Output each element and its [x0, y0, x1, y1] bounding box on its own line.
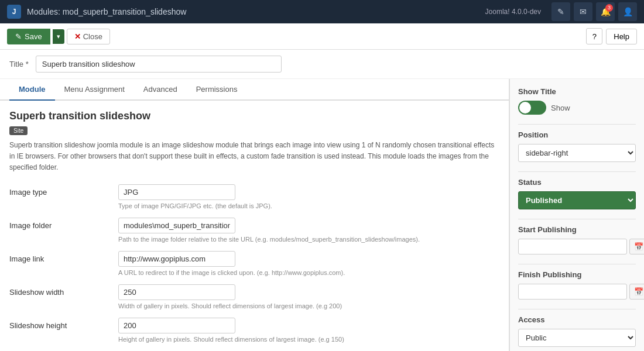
tabs: Module Menu Assignment Advanced Permissi… [0, 79, 509, 101]
divider-1 [518, 124, 636, 125]
save-button[interactable]: ✎ Save [7, 29, 50, 44]
joomla-logo: J [7, 5, 21, 19]
module-content: Superb transition slideshow Site Superb … [0, 101, 509, 351]
left-panel: Module Menu Assignment Advanced Permissi… [0, 79, 509, 351]
tab-menu-assignment[interactable]: Menu Assignment [55, 79, 134, 101]
tab-module[interactable]: Module [9, 79, 55, 101]
slideshow-width-hint: Width of gallery in pixels. Should refle… [118, 302, 499, 309]
slideshow-height-input[interactable] [118, 318, 235, 333]
start-publishing-label: Start Publishing [518, 225, 636, 234]
version-label: Joomla! 4.0.0-dev [485, 8, 541, 16]
image-folder-hint: Path to the image folder relative to the… [118, 236, 499, 243]
finish-publishing-label: Finish Publishing [518, 270, 636, 279]
toolbar: ✎ Save ▾ ✕ Close ? Help [0, 23, 644, 50]
title-row: Title * [0, 50, 644, 79]
slideshow-height-row: Slideshow height [9, 318, 499, 333]
status-label: Status [518, 178, 636, 187]
finish-publishing-input[interactable] [518, 284, 627, 300]
module-heading: Superb transition slideshow [9, 110, 499, 122]
tab-advanced[interactable]: Advanced [134, 79, 187, 101]
module-description: Superb transition slideshow joomla modul… [9, 140, 499, 174]
start-publishing-row: 📅 [518, 239, 636, 254]
position-label: Position [518, 130, 636, 139]
topbar-icons: ✎ ✉ 🔔 3 👤 [551, 2, 637, 21]
divider-3 [518, 219, 636, 219]
slideshow-width-input[interactable] [118, 284, 235, 300]
start-publishing-section: Start Publishing 📅 [518, 225, 636, 254]
position-section: Position sidebar-right sidebar-left top … [518, 130, 636, 162]
show-title-section: Show Title Show [518, 87, 636, 115]
image-type-input[interactable] [118, 184, 235, 200]
save-label: Save [25, 32, 42, 41]
save-dropdown-button[interactable]: ▾ [53, 29, 64, 44]
close-label: Close [83, 32, 102, 41]
save-icon: ✎ [15, 32, 22, 41]
close-x-icon: ✕ [74, 32, 81, 41]
app-title: Modules: mod_superb_transition_slideshow [27, 7, 479, 16]
edit-icon-btn[interactable]: ✎ [551, 2, 570, 21]
notification-icon-btn[interactable]: 🔔 3 [596, 2, 615, 21]
image-folder-group: Image folder Path to the image folder re… [9, 218, 499, 243]
finish-publishing-section: Finish Publishing 📅 [518, 270, 636, 300]
image-link-input[interactable] [118, 251, 235, 267]
start-publishing-input[interactable] [518, 239, 627, 254]
position-select[interactable]: sidebar-right sidebar-left top bottom [518, 144, 636, 162]
tab-permissions[interactable]: Permissions [187, 79, 247, 101]
finish-publishing-row: 📅 [518, 284, 636, 300]
image-folder-row: Image folder [9, 218, 499, 233]
right-panel: Show Title Show Position sidebar-right s… [509, 79, 644, 351]
divider-5 [518, 309, 636, 309]
notification-badge: 3 [605, 4, 613, 12]
title-input[interactable] [36, 56, 282, 73]
slideshow-height-group: Slideshow height Height of gallery in pi… [9, 318, 499, 343]
access-label: Access [518, 315, 636, 324]
slideshow-height-label: Slideshow height [9, 321, 109, 330]
image-type-row: Image type [9, 184, 499, 200]
divider-2 [518, 171, 636, 172]
help-button[interactable]: Help [606, 29, 637, 44]
status-section: Status Published Unpublished Trashed [518, 178, 636, 209]
access-section: Access Public Registered Special Super U… [518, 315, 636, 347]
toggle-knob [519, 102, 531, 113]
access-select[interactable]: Public Registered Special Super Users [518, 329, 636, 347]
image-link-hint: A URL to redirect to if the image is cli… [118, 269, 499, 276]
slideshow-width-group: Slideshow width Width of gallery in pixe… [9, 284, 499, 309]
image-folder-label: Image folder [9, 221, 109, 230]
site-badge: Site [9, 126, 28, 135]
image-type-hint: Type of image PNG/GIF/JPG etc. (the defa… [118, 202, 499, 209]
image-link-row: Image link [9, 251, 499, 267]
status-select-wrapper: Published Unpublished Trashed [518, 191, 636, 209]
image-folder-input[interactable] [118, 218, 235, 233]
title-label: Title * [9, 60, 29, 68]
image-type-group: Image type Type of image PNG/GIF/JPG etc… [9, 184, 499, 209]
slideshow-width-row: Slideshow width [9, 284, 499, 300]
show-title-label: Show Title [518, 87, 636, 96]
show-title-toggle-row: Show [518, 101, 636, 115]
image-link-label: Image link [9, 254, 109, 263]
mail-icon-btn[interactable]: ✉ [574, 2, 592, 21]
divider-4 [518, 264, 636, 264]
image-type-label: Image type [9, 188, 109, 197]
image-link-group: Image link A URL to redirect to if the i… [9, 251, 499, 276]
user-icon-btn[interactable]: 👤 [618, 2, 637, 21]
slideshow-height-hint: Height of gallery in pixels. Should refl… [118, 336, 499, 343]
show-title-text: Show [551, 104, 570, 112]
question-button[interactable]: ? [586, 28, 602, 44]
slideshow-width-label: Slideshow width [9, 288, 109, 297]
topbar: J Modules: mod_superb_transition_slidesh… [0, 0, 644, 23]
close-button[interactable]: ✕ Close [67, 29, 110, 44]
finish-publishing-calendar[interactable]: 📅 [629, 284, 644, 300]
content-area: Module Menu Assignment Advanced Permissi… [0, 79, 644, 351]
toolbar-right: ? Help [586, 28, 637, 44]
toolbar-left: ✎ Save ▾ ✕ Close [7, 29, 110, 44]
show-title-toggle[interactable] [518, 101, 546, 115]
start-publishing-calendar[interactable]: 📅 [629, 239, 644, 254]
status-select[interactable]: Published Unpublished Trashed [518, 191, 636, 209]
